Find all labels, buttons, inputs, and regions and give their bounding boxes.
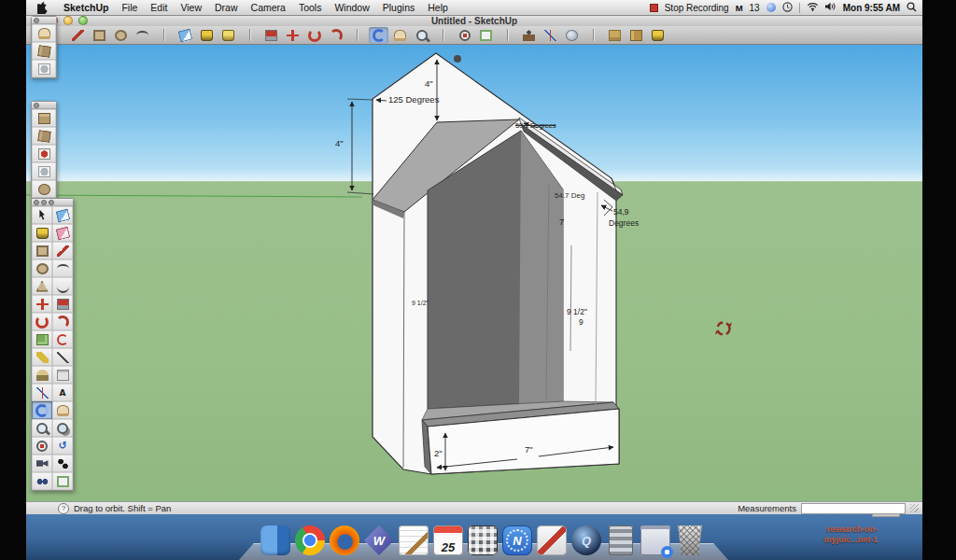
dock-sketchup[interactable] (536, 524, 568, 555)
paint-bucket-tool-icon[interactable] (197, 27, 217, 44)
rectangle-tool-icon[interactable] (90, 27, 109, 44)
toolbar-separator[interactable] (154, 27, 174, 44)
offset-tool[interactable] (52, 330, 73, 348)
3d-text-tool[interactable]: A (52, 384, 73, 401)
walkthrough-stamp-tool[interactable] (32, 42, 56, 60)
menu-clock-time[interactable]: Mon 9:55 AM (843, 3, 900, 13)
pink-eraser-tool[interactable] (52, 224, 73, 242)
drawing-canvas[interactable]: 125 Degrees4"4"59.1 Degrees54.7 Deg54,9D… (26, 45, 922, 501)
position-camera-icon[interactable] (519, 27, 539, 44)
component-browser-icon[interactable] (648, 27, 668, 44)
menu-file[interactable]: File (115, 2, 144, 13)
pan-tool[interactable] (52, 401, 73, 419)
sandbox-from-scratch-tool[interactable] (32, 127, 56, 145)
arc-tool[interactable] (52, 259, 73, 277)
apple-menu-icon[interactable] (37, 2, 48, 14)
help-icon[interactable]: ? (58, 503, 69, 514)
menu-view[interactable]: View (174, 2, 208, 13)
dock-quicktime[interactable]: Q (570, 524, 602, 555)
eraser-tool-icon[interactable] (176, 27, 195, 44)
axes-tool-icon[interactable] (541, 27, 560, 44)
palette-title-bar[interactable] (32, 199, 73, 206)
push-pull-tool[interactable] (52, 295, 73, 313)
dock-calculator[interactable] (467, 524, 499, 555)
toolbar-separator[interactable] (433, 27, 453, 44)
dimension-tool[interactable] (52, 348, 73, 366)
zoom-tool-icon[interactable] (412, 27, 431, 44)
sandbox-smoove-tool[interactable] (32, 145, 56, 162)
sandbox-stamp-tool[interactable] (32, 162, 56, 180)
sandbox-drape-tool[interactable] (32, 180, 56, 198)
previous-view-tool[interactable]: ↺ (52, 437, 73, 455)
circle-tool-icon[interactable] (111, 27, 131, 44)
zoom-extents-icon[interactable] (455, 27, 474, 44)
dock-finder[interactable] (260, 524, 291, 555)
section-plane-tool[interactable] (52, 472, 73, 490)
dock-stacks[interactable] (605, 524, 637, 555)
move-tool[interactable] (32, 295, 52, 313)
look-around-tool[interactable] (32, 472, 52, 490)
menu-sketchup[interactable]: SketchUp (57, 2, 115, 13)
line-tool[interactable] (52, 242, 73, 259)
select-tool[interactable] (32, 206, 52, 224)
orbit-tool[interactable] (32, 401, 52, 419)
share-model-icon[interactable] (626, 27, 646, 44)
walk-tool[interactable] (52, 455, 73, 472)
menu-window[interactable]: Window (328, 2, 375, 13)
volume-icon[interactable] (825, 2, 836, 13)
dock-textwrangler[interactable]: W (363, 524, 395, 555)
scale-tool[interactable] (32, 330, 52, 348)
menu-tools[interactable]: Tools (292, 2, 329, 13)
menu-draw[interactable]: Draw (208, 2, 245, 13)
zoom-tool[interactable] (32, 419, 52, 437)
toolbar-separator[interactable] (240, 27, 260, 44)
zoom-window-tool[interactable] (52, 419, 73, 437)
protractor-tool[interactable] (32, 366, 52, 384)
materials-tool-icon[interactable] (218, 27, 238, 44)
title-bar[interactable]: Untitled - SketchUp (26, 15, 922, 26)
orbit-tool-icon[interactable] (369, 27, 388, 44)
dock-system-window[interactable] (640, 524, 671, 555)
menu-extra-app-icon[interactable] (766, 3, 776, 12)
wifi-icon[interactable] (807, 2, 819, 13)
sandbox-from-contours-tool[interactable] (32, 109, 56, 127)
follow-me-tool[interactable] (52, 313, 73, 330)
dock-notational[interactable]: N (501, 524, 533, 555)
get-models-icon[interactable] (605, 27, 625, 44)
arc-tool-icon[interactable] (133, 27, 152, 44)
measurements-input[interactable] (801, 503, 906, 514)
line-tool-icon[interactable] (68, 27, 88, 44)
pan-tool-icon[interactable] (390, 27, 410, 44)
palette-title-bar[interactable] (32, 17, 56, 24)
palette-title-bar[interactable] (32, 102, 56, 109)
spotlight-icon[interactable] (907, 2, 917, 14)
zoom-extents-tool[interactable] (32, 437, 52, 455)
toolbar-separator[interactable] (498, 27, 517, 44)
follow-me-tool-icon[interactable] (326, 27, 345, 44)
polygon-tool[interactable] (32, 277, 52, 295)
paint-bucket-tool[interactable] (32, 224, 52, 242)
position-camera-tool[interactable] (32, 455, 52, 472)
menu-plugins[interactable]: Plugins (376, 2, 421, 13)
menu-edit[interactable]: Edit (144, 2, 174, 13)
move-tool-icon[interactable] (283, 27, 302, 44)
clock-icon[interactable] (782, 2, 793, 14)
circle-tool[interactable] (32, 259, 52, 277)
freehand-tool[interactable] (52, 277, 73, 295)
rotate-tool-icon[interactable] (304, 27, 324, 44)
toolbar-separator[interactable] (347, 27, 367, 44)
dock-trash[interactable] (674, 524, 706, 555)
rotate-tool[interactable] (32, 313, 52, 330)
eraser-tool[interactable] (52, 206, 73, 224)
menu-camera[interactable]: Camera (245, 2, 292, 13)
stop-recording-label[interactable]: Stop Recording (665, 3, 729, 13)
dock-textedit[interactable] (398, 524, 429, 555)
dock-chrome[interactable] (294, 524, 326, 555)
stop-recording-icon[interactable] (650, 4, 658, 12)
tape-measure-tool[interactable] (32, 348, 52, 366)
google-earth-icon[interactable] (562, 27, 582, 44)
dock-calendar[interactable]: 25 (432, 524, 464, 555)
section-plane-icon[interactable] (476, 27, 496, 44)
walkthrough-hand-tool[interactable] (32, 24, 56, 42)
resize-grip[interactable] (910, 504, 919, 512)
